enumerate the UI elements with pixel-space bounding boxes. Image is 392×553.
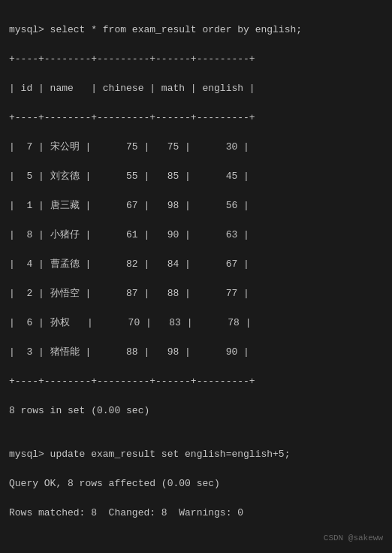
rows1-info: 8 rows in set (0.00 sec) <box>9 405 149 416</box>
table1-row-7: | 3 | 猪悟能 | 88 | 98 | 90 | <box>9 346 249 358</box>
table1-row-0: | 7 | 宋公明 | 75 | 75 | 30 | <box>9 141 249 153</box>
table1-border-bot: +----+--------+---------+------+--------… <box>9 376 255 387</box>
table1-header: | id | name | chinese | math | english | <box>9 83 255 94</box>
watermark: CSDN @sakeww <box>324 532 383 545</box>
query-ok: Query OK, 8 rows affected (0.00 sec) <box>9 478 220 489</box>
table1-row-5: | 2 | 孙悟空 | 87 | 88 | 77 | <box>9 288 249 299</box>
table1-border-top: +----+--------+---------+------+--------… <box>9 53 255 65</box>
terminal-output: mysql> select * from exam_result order b… <box>9 8 383 553</box>
table1-row-6: | 6 | 孙权 | 70 | 83 | 78 | <box>9 317 251 328</box>
table1-row-2: | 1 | 唐三藏 | 67 | 98 | 56 | <box>9 200 249 211</box>
table1-row-1: | 5 | 刘玄德 | 55 | 85 | 45 | <box>9 171 249 182</box>
table1-border-mid: +----+--------+---------+------+--------… <box>9 112 255 123</box>
prompt2: mysql> update exam_result set english=en… <box>9 449 290 460</box>
table1-row-3: | 8 | 小猪仔 | 61 | 90 | 63 | <box>9 229 249 240</box>
prompt1: mysql> select * from exam_result order b… <box>9 24 302 35</box>
table1-row-4: | 4 | 曹孟德 | 82 | 84 | 67 | <box>9 258 249 270</box>
rows-matched: Rows matched: 8 Changed: 8 Warnings: 0 <box>9 507 243 518</box>
